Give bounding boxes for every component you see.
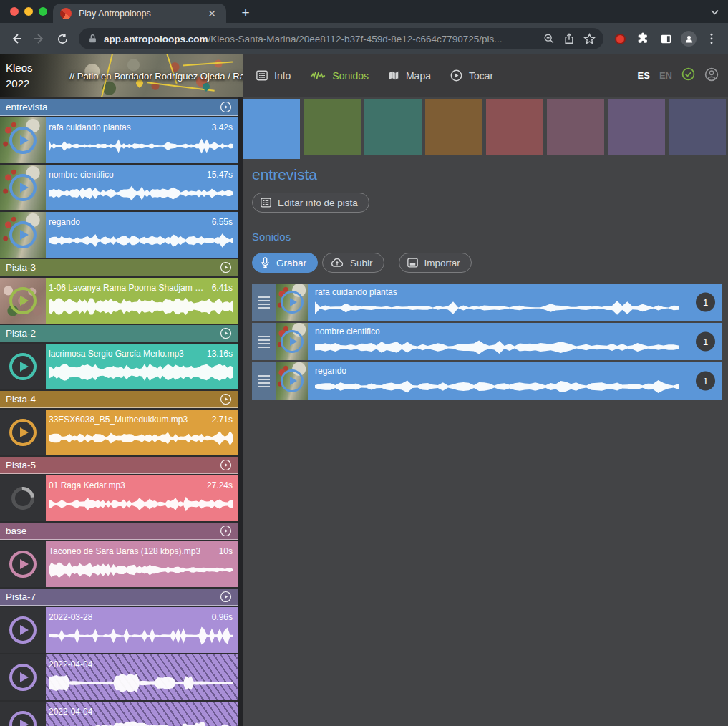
extensions-puzzle-icon[interactable]	[632, 28, 654, 49]
drag-handle-icon[interactable]	[252, 284, 276, 321]
account-icon[interactable]	[704, 67, 719, 84]
track-color-tab[interactable]	[243, 99, 300, 159]
play-icon[interactable]	[9, 127, 37, 154]
play-circle-icon[interactable]	[220, 261, 232, 274]
sound-row[interactable]: rafa cuidando plantas1	[252, 284, 722, 321]
language-en-button[interactable]: EN	[659, 70, 672, 81]
play-icon[interactable]	[9, 353, 37, 380]
language-es-button[interactable]: ES	[638, 70, 650, 81]
share-icon[interactable]	[559, 29, 579, 49]
bookmark-star-icon[interactable]	[579, 29, 599, 49]
track-section-header[interactable]: Pista-2	[0, 325, 238, 342]
sound-thumbnail[interactable]	[276, 323, 308, 360]
track-section-header[interactable]: Pista-4	[0, 391, 238, 408]
play-icon[interactable]	[9, 616, 37, 644]
play-circle-icon[interactable]	[220, 591, 232, 603]
side-panel-icon[interactable]	[655, 28, 676, 49]
app-logo[interactable]: Kleos2022	[6, 60, 33, 92]
record-button[interactable]: Grabar	[252, 253, 318, 273]
sidebar-sound-item[interactable]: 2022-04-04	[0, 654, 238, 700]
recording-extension-icon[interactable]	[609, 28, 631, 49]
sound-thumbnail[interactable]	[276, 362, 308, 400]
sidebar-sound-item[interactable]: 33ESX6038_B5_Muthedukkum.mp32.71s	[0, 410, 238, 455]
sidebar-sound-item[interactable]: regando6.55s	[0, 212, 238, 258]
track-section-header[interactable]: entrevista	[0, 99, 238, 116]
tab-close-icon[interactable]: ✕	[205, 7, 219, 20]
sound-thumbnail[interactable]	[0, 117, 46, 163]
upload-button[interactable]: Subir	[322, 253, 384, 273]
nav-item-info[interactable]: Info	[256, 70, 291, 82]
nav-item-mapa[interactable]: Mapa	[388, 70, 431, 82]
track-color-tab[interactable]	[425, 99, 482, 155]
zoom-window-button[interactable]	[39, 7, 47, 16]
sound-thumbnail[interactable]	[0, 165, 46, 210]
new-tab-button[interactable]: +	[236, 4, 255, 22]
sidebar-sound-item[interactable]: lacrimosa Sergio García Merlo.mp313.16s	[0, 344, 238, 389]
track-color-tab[interactable]	[608, 99, 665, 155]
play-icon[interactable]	[9, 551, 37, 578]
sound-thumbnail[interactable]	[276, 284, 308, 321]
sound-thumbnail[interactable]	[0, 212, 46, 258]
back-icon[interactable]	[6, 28, 27, 49]
sound-thumbnail[interactable]	[0, 344, 46, 389]
sound-thumbnail[interactable]	[0, 702, 46, 726]
play-circle-icon[interactable]	[220, 327, 232, 339]
play-icon[interactable]	[9, 419, 37, 446]
sidebar-sound-item[interactable]: nombre cientifico15.47s	[0, 165, 238, 210]
tab-search-chevron-icon[interactable]	[710, 6, 719, 19]
sidebar-sound-item[interactable]: Taconeo de Sara Baras (128 kbps).mp310s	[0, 541, 238, 587]
play-icon[interactable]	[9, 287, 37, 314]
sidebar-sound-item[interactable]: 1-06 Lavanya Rama Poorna Shadjam Rupak..…	[0, 278, 238, 324]
sound-row[interactable]: nombre cientifico1	[252, 323, 722, 360]
sound-thumbnail[interactable]	[0, 541, 46, 587]
profile-avatar-icon[interactable]	[678, 28, 699, 49]
play-icon[interactable]	[9, 664, 37, 691]
address-bar[interactable]: app.antropoloops.com/Kleos-Santa-Marina/…	[79, 28, 603, 49]
sidebar-sound-item[interactable]: 2022-03-280.96s	[0, 607, 238, 653]
sound-row[interactable]: regando1	[252, 362, 722, 400]
play-icon[interactable]	[281, 330, 304, 353]
edit-track-info-button[interactable]: Editar info de pista	[252, 193, 369, 213]
track-color-tab[interactable]	[364, 99, 422, 155]
play-circle-icon[interactable]	[220, 459, 232, 471]
browser-menu-kebab-icon[interactable]	[701, 28, 722, 49]
track-color-tab[interactable]	[547, 99, 604, 155]
play-icon[interactable]	[9, 174, 37, 201]
drag-handle-icon[interactable]	[252, 323, 276, 360]
map-thumbnail[interactable]: Kleos2022 // Patio en Bordador Rodríguez…	[0, 54, 243, 97]
play-circle-icon[interactable]	[220, 101, 232, 113]
close-window-button[interactable]	[10, 7, 19, 16]
zoom-out-icon[interactable]	[539, 29, 559, 49]
track-section-header[interactable]: Pista-5	[0, 457, 238, 474]
sound-thumbnail[interactable]	[0, 607, 46, 653]
play-circle-icon[interactable]	[220, 525, 232, 537]
track-color-tab[interactable]	[669, 99, 726, 155]
import-button[interactable]: Importar	[399, 253, 472, 273]
forward-icon[interactable]	[29, 28, 50, 49]
sound-thumbnail[interactable]	[0, 475, 46, 521]
sound-thumbnail[interactable]	[0, 654, 46, 700]
track-color-tab[interactable]	[486, 99, 543, 155]
drag-handle-icon[interactable]	[252, 362, 276, 400]
sidebar-sound-item[interactable]: 01 Raga Kedar.mp327.24s	[0, 475, 238, 521]
sound-thumbnail[interactable]	[0, 410, 46, 455]
track-section-header[interactable]: base	[0, 523, 238, 540]
macos-traffic-lights[interactable]	[10, 7, 47, 16]
play-icon[interactable]	[281, 369, 304, 392]
browser-tab[interactable]: Play Antropoloops ✕	[53, 4, 226, 23]
sync-check-icon[interactable]	[681, 67, 695, 84]
track-section-header[interactable]: Pista-3	[0, 259, 238, 276]
track-color-tab[interactable]	[304, 99, 361, 155]
play-icon[interactable]	[9, 711, 37, 726]
play-circle-icon[interactable]	[220, 393, 232, 405]
sound-thumbnail[interactable]	[0, 278, 46, 324]
minimize-window-button[interactable]	[24, 7, 33, 16]
nav-item-sonidos[interactable]: Sonidos	[310, 70, 369, 82]
nav-item-tocar[interactable]: Tocar	[450, 69, 493, 82]
play-icon[interactable]	[281, 291, 304, 314]
track-section-header[interactable]: Pista-7	[0, 589, 238, 606]
play-icon[interactable]	[9, 221, 37, 248]
sidebar-sound-item[interactable]: rafa cuidando plantas3.42s	[0, 117, 238, 163]
sidebar-scrollbar[interactable]	[238, 97, 243, 726]
sidebar-sound-item[interactable]: 2022-04-04	[0, 702, 238, 726]
